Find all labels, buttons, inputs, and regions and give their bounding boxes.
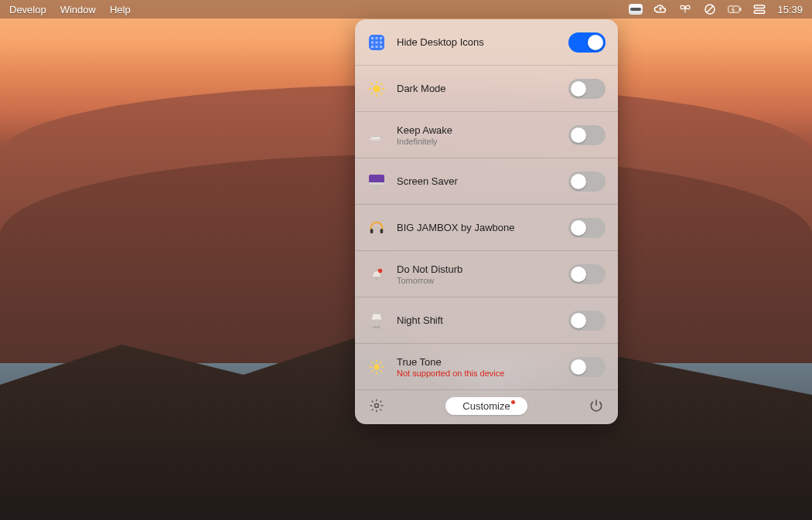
row-title: BIG JAMBOX by Jawbone [397,222,568,233]
svg-rect-6 [371,37,374,39]
menubar-left: Develop Window Help [9,4,131,15]
svg-line-22 [371,93,373,94]
row-labels: Dark Mode [397,83,568,94]
toggle-big-jambox[interactable] [568,218,606,238]
row-keep-awake[interactable]: Keep Awake Indefinitely [355,112,618,158]
row-night-shift[interactable]: Night Shift [355,297,618,344]
battery-charging-icon[interactable] [728,2,742,16]
row-labels: Night Shift [397,314,568,326]
row-labels: True Tone Not supported on this device [397,356,568,378]
svg-rect-8 [380,37,382,39]
svg-rect-27 [374,185,379,187]
row-subtitle: Not supported on this device [397,369,568,378]
bell-icon [366,263,387,285]
svg-rect-28 [373,187,380,189]
circle-slash-icon[interactable] [703,2,717,16]
row-title: Keep Awake [397,124,568,136]
toggle-dnd[interactable] [568,264,606,284]
svg-line-42 [380,370,382,372]
svg-line-20 [371,83,373,84]
notification-dot-icon [511,400,515,404]
customize-button[interactable]: Customize [445,397,527,415]
control-center-icon[interactable] [752,2,766,16]
svg-rect-26 [369,182,384,185]
monitor-icon [366,171,387,192]
svg-line-43 [372,370,374,372]
svg-rect-34 [375,320,378,326]
svg-rect-10 [376,41,378,43]
row-dark-mode[interactable]: Dark Mode [355,66,618,112]
sun-icon [366,78,387,100]
customize-label: Customize [462,400,510,412]
svg-line-23 [381,83,383,84]
menu-help[interactable]: Help [110,4,131,15]
butterfly-icon[interactable] [678,2,692,16]
settings-panel: Hide Desktop Icons Dark Mode Keep Awake … [355,19,618,424]
row-screen-saver[interactable]: Screen Saver [355,158,618,205]
row-subtitle: Indefinitely [397,137,568,146]
svg-point-31 [375,277,377,280]
gear-icon[interactable] [367,396,386,415]
brightness-icon [366,356,387,378]
svg-rect-11 [380,41,382,43]
row-title: Do Not Disturb [397,263,568,275]
svg-rect-13 [376,46,378,48]
svg-rect-30 [380,228,384,233]
toggle-hide-desktop[interactable] [568,32,606,53]
svg-rect-1 [728,6,740,12]
svg-rect-7 [376,37,378,39]
menu-window[interactable]: Window [60,4,96,15]
coffee-icon [366,124,387,146]
row-dnd[interactable]: Do Not Disturb Tomorrow [355,251,618,297]
svg-rect-14 [380,46,382,48]
menubar: Develop Window Help 15:39 [0,0,812,19]
row-labels: Hide Desktop Icons [397,36,568,48]
row-hide-desktop[interactable]: Hide Desktop Icons [355,19,618,66]
menu-develop[interactable]: Develop [9,4,46,15]
row-big-jambox[interactable]: BIG JAMBOX by Jawbone [355,205,618,251]
svg-rect-9 [371,41,374,43]
row-true-tone[interactable]: True Tone Not supported on this device [355,344,618,390]
row-labels: Screen Saver [397,175,568,187]
cloud-icon[interactable] [653,2,667,16]
svg-line-21 [381,93,383,94]
row-labels: Keep Awake Indefinitely [397,124,568,146]
menubar-right: 15:39 [629,2,803,16]
toggle-dark-mode[interactable] [568,79,606,99]
svg-rect-4 [755,11,766,14]
svg-line-41 [372,362,374,363]
toggle-keep-awake[interactable] [568,125,606,145]
app-switch-icon[interactable] [629,2,643,16]
power-icon[interactable] [587,396,606,415]
svg-point-36 [374,364,379,369]
toggle-screen-saver[interactable] [568,172,606,192]
row-labels: Do Not Disturb Tomorrow [397,263,568,285]
row-title: Dark Mode [397,83,568,94]
menubar-clock[interactable]: 15:39 [777,4,803,15]
grid-icon [366,32,387,53]
svg-rect-3 [755,5,766,8]
svg-rect-12 [371,46,374,48]
svg-point-45 [375,404,379,408]
svg-rect-32 [376,268,377,270]
row-labels: BIG JAMBOX by Jawbone [397,222,568,233]
row-title: Night Shift [397,314,568,326]
headphones-icon [366,217,387,239]
panel-footer: Customize [355,390,618,418]
row-title: Hide Desktop Icons [397,36,568,48]
svg-rect-35 [373,326,380,328]
lamp-icon [366,310,387,331]
desktop-wallpaper: Develop Window Help 15:39 [0,0,812,520]
row-title: Screen Saver [397,175,568,187]
toggle-night-shift[interactable] [568,311,606,331]
svg-point-33 [378,268,383,273]
row-subtitle: Tomorrow [397,276,568,285]
toggle-true-tone[interactable] [568,357,606,377]
svg-line-44 [380,362,382,363]
row-title: True Tone [397,356,568,368]
svg-rect-29 [370,228,374,233]
svg-point-15 [373,85,380,92]
svg-rect-2 [740,8,741,11]
